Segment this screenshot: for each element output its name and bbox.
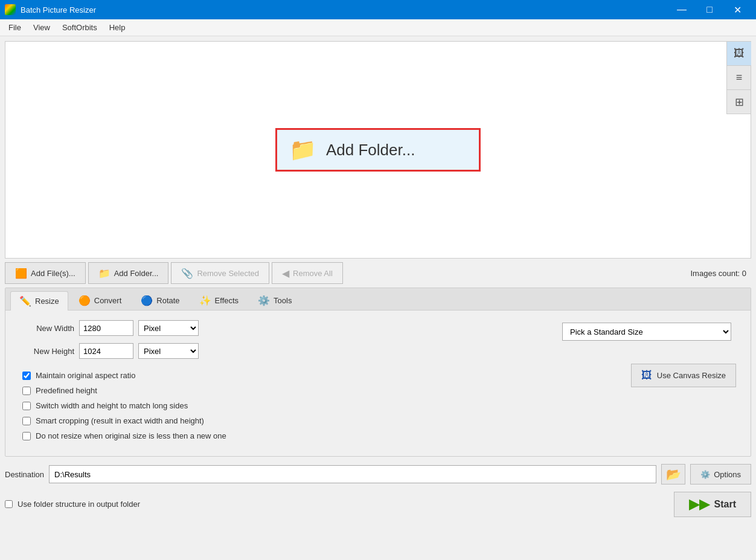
resize-tab-label: Resize	[35, 297, 59, 306]
add-folder-center-button[interactable]: 📁 Add Folder...	[275, 128, 481, 172]
remove-all-label: Remove All	[293, 269, 333, 278]
folder-icon: 📁	[289, 137, 316, 163]
height-unit-select[interactable]: Pixel Percent cm inch	[138, 343, 199, 359]
do-not-resize-row: Do not resize when original size is less…	[20, 431, 619, 440]
menu-file[interactable]: File	[2, 21, 27, 34]
use-folder-struct-row: Use folder structure in output folder	[5, 497, 140, 512]
canvas-resize-label: Use Canvas Resize	[657, 371, 726, 380]
new-width-label: New Width	[20, 324, 74, 333]
file-list-area: 📁 Add Folder... 🖼 ≡ ⊞	[5, 41, 751, 259]
use-folder-struct-label: Use folder structure in output folder	[18, 500, 140, 509]
predefined-height-row: Predefined height	[20, 386, 619, 395]
remove-all-button[interactable]: ◀ Remove All	[272, 262, 343, 284]
smart-cropping-checkbox[interactable]	[22, 417, 31, 425]
add-folder-button[interactable]: 📁 Add Folder...	[88, 262, 169, 284]
add-files-icon: 🟧	[15, 268, 27, 279]
maintain-aspect-ratio-checkbox[interactable]	[22, 372, 31, 380]
destination-row: Destination 📂 ⚙️ Options	[5, 460, 751, 488]
title-bar-left: Batch Picture Resizer	[5, 4, 96, 15]
title-bar: Batch Picture Resizer — □ ✕	[0, 0, 756, 19]
remove-selected-button[interactable]: 📎 Remove Selected	[171, 262, 269, 284]
new-width-input[interactable]	[79, 320, 133, 336]
resize-tab-content: New Width Pixel Percent cm inch New Heig…	[5, 311, 751, 456]
minimize-button[interactable]: —	[668, 0, 696, 19]
remove-all-icon: ◀	[282, 268, 289, 279]
canvas-resize-icon: 🖼	[641, 369, 652, 382]
add-folder-label: Add Folder...	[114, 269, 159, 278]
tabs-panel: ✏️ Resize 🟠 Convert 🔵 Rotate ✨ Effects ⚙…	[5, 288, 751, 457]
new-height-row: New Height Pixel Percent cm inch	[20, 343, 550, 359]
use-folder-struct-checkbox[interactable]	[5, 500, 13, 508]
menu-view[interactable]: View	[27, 21, 56, 34]
remove-selected-icon: 📎	[181, 268, 193, 279]
main-content: 📁 Add Folder... 🖼 ≡ ⊞ 🟧 Add File(s)... 📁…	[0, 36, 756, 560]
resize-tab-icon: ✏️	[19, 295, 31, 307]
start-label: Start	[714, 499, 736, 510]
app-icon	[5, 4, 16, 15]
options-label: Options	[714, 470, 741, 479]
tab-resize[interactable]: ✏️ Resize	[10, 291, 68, 311]
tabs-row: ✏️ Resize 🟠 Convert 🔵 Rotate ✨ Effects ⚙…	[5, 288, 751, 311]
smart-cropping-row: Smart cropping (result in exact width an…	[20, 416, 619, 425]
new-height-label: New Height	[20, 347, 74, 356]
tools-tab-icon: ⚙️	[258, 295, 270, 306]
view-icons-panel: 🖼 ≡ ⊞	[726, 42, 751, 114]
add-folder-center-label: Add Folder...	[326, 141, 415, 159]
tab-tools[interactable]: ⚙️ Tools	[249, 291, 301, 310]
view-thumbnail-button[interactable]: 🖼	[727, 42, 751, 66]
start-icon: ▶▶	[689, 497, 710, 512]
options-icon: ⚙️	[700, 470, 710, 479]
effects-tab-icon: ✨	[199, 295, 211, 306]
effects-tab-label: Effects	[215, 296, 239, 305]
width-unit-select[interactable]: Pixel Percent cm inch	[138, 320, 199, 336]
destination-label: Destination	[5, 470, 44, 479]
predefined-height-checkbox[interactable]	[22, 387, 31, 395]
app-title: Batch Picture Resizer	[21, 5, 96, 14]
rotate-tab-icon: 🔵	[141, 295, 153, 306]
remove-selected-label: Remove Selected	[197, 269, 259, 278]
options-button[interactable]: ⚙️ Options	[690, 464, 751, 484]
toolbar-row: 🟧 Add File(s)... 📁 Add Folder... 📎 Remov…	[5, 262, 751, 284]
menu-help[interactable]: Help	[103, 21, 132, 34]
maintain-aspect-ratio-row: Maintain original aspect ratio	[20, 371, 619, 380]
convert-tab-icon: 🟠	[78, 295, 91, 306]
maximize-button[interactable]: □	[696, 0, 723, 19]
smart-cropping-label: Smart cropping (result in exact width an…	[36, 416, 204, 425]
destination-browse-button[interactable]: 📂	[661, 464, 685, 484]
switch-width-height-checkbox[interactable]	[22, 402, 31, 410]
do-not-resize-label: Do not resize when original size is less…	[36, 431, 226, 440]
view-list-button[interactable]: ≡	[727, 66, 751, 90]
convert-tab-label: Convert	[94, 296, 122, 305]
tab-effects[interactable]: ✨ Effects	[190, 291, 248, 310]
start-button[interactable]: ▶▶ Start	[674, 492, 751, 517]
destination-input[interactable]	[49, 465, 656, 483]
tab-rotate[interactable]: 🔵 Rotate	[132, 291, 188, 310]
view-grid-button[interactable]: ⊞	[727, 90, 751, 114]
new-width-row: New Width Pixel Percent cm inch	[20, 320, 550, 336]
images-count: Images count: 0	[691, 269, 752, 278]
standard-size-select[interactable]: Pick a Standard Size 640×480 800×600 102…	[562, 323, 731, 341]
maintain-aspect-ratio-label: Maintain original aspect ratio	[36, 371, 135, 380]
menu-softorbits[interactable]: SoftOrbits	[56, 21, 103, 34]
switch-width-height-row: Switch width and height to match long si…	[20, 401, 619, 410]
add-files-button[interactable]: 🟧 Add File(s)...	[5, 262, 86, 284]
new-height-input[interactable]	[79, 343, 133, 359]
canvas-resize-button[interactable]: 🖼 Use Canvas Resize	[631, 364, 736, 387]
rotate-tab-label: Rotate	[156, 296, 179, 305]
tools-tab-label: Tools	[274, 296, 292, 305]
do-not-resize-checkbox[interactable]	[22, 432, 31, 440]
predefined-height-label: Predefined height	[36, 386, 97, 395]
title-bar-controls: — □ ✕	[668, 0, 751, 19]
menu-bar: File View SoftOrbits Help	[0, 19, 756, 36]
add-files-label: Add File(s)...	[31, 269, 75, 278]
close-button[interactable]: ✕	[723, 0, 751, 19]
browse-folder-icon: 📂	[666, 467, 681, 481]
tab-convert[interactable]: 🟠 Convert	[69, 291, 131, 310]
add-folder-icon: 📁	[98, 268, 111, 279]
switch-width-height-label: Switch width and height to match long si…	[36, 401, 188, 410]
